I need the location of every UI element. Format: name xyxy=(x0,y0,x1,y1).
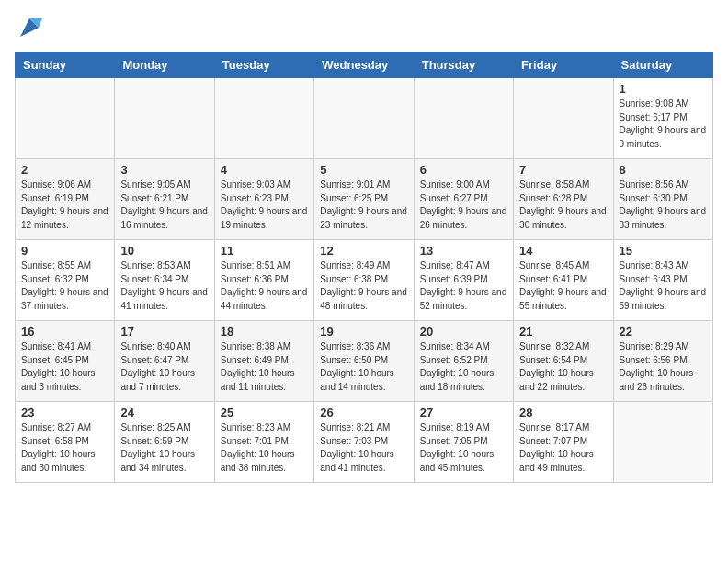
calendar-cell: 23Sunrise: 8:27 AM Sunset: 6:58 PM Dayli… xyxy=(16,402,115,483)
calendar-cell: 21Sunrise: 8:32 AM Sunset: 6:54 PM Dayli… xyxy=(514,321,613,402)
day-number: 3 xyxy=(120,163,208,177)
day-number: 8 xyxy=(620,163,707,177)
day-info: Sunrise: 8:51 AM Sunset: 6:36 PM Dayligh… xyxy=(221,259,308,313)
day-header-tuesday: Tuesday xyxy=(214,52,313,78)
day-info: Sunrise: 8:40 AM Sunset: 6:47 PM Dayligh… xyxy=(120,340,208,394)
day-number: 18 xyxy=(221,325,308,339)
day-number: 25 xyxy=(221,406,308,419)
day-number: 12 xyxy=(320,244,407,258)
calendar-cell: 25Sunrise: 8:23 AM Sunset: 7:01 PM Dayli… xyxy=(214,402,313,483)
calendar-week-5: 23Sunrise: 8:27 AM Sunset: 6:58 PM Dayli… xyxy=(16,402,713,483)
calendar-cell xyxy=(115,78,214,159)
day-number: 4 xyxy=(221,163,308,177)
day-info: Sunrise: 8:17 AM Sunset: 7:07 PM Dayligh… xyxy=(519,421,607,475)
day-header-monday: Monday xyxy=(115,52,214,78)
day-header-saturday: Saturday xyxy=(613,52,712,78)
day-info: Sunrise: 8:55 AM Sunset: 6:32 PM Dayligh… xyxy=(21,259,108,313)
day-number: 21 xyxy=(519,325,607,339)
calendar-cell: 18Sunrise: 8:38 AM Sunset: 6:49 PM Dayli… xyxy=(214,321,313,402)
day-info: Sunrise: 9:05 AM Sunset: 6:21 PM Dayligh… xyxy=(120,178,208,232)
day-number: 5 xyxy=(320,163,407,177)
day-info: Sunrise: 8:47 AM Sunset: 6:39 PM Dayligh… xyxy=(420,259,507,313)
day-number: 22 xyxy=(620,325,707,339)
calendar-cell: 26Sunrise: 8:21 AM Sunset: 7:03 PM Dayli… xyxy=(314,402,414,483)
page-header xyxy=(15,15,713,40)
day-info: Sunrise: 9:06 AM Sunset: 6:19 PM Dayligh… xyxy=(21,178,108,232)
calendar-cell xyxy=(214,78,313,159)
day-number: 14 xyxy=(519,244,607,258)
day-number: 2 xyxy=(21,163,108,177)
calendar-cell: 28Sunrise: 8:17 AM Sunset: 7:07 PM Dayli… xyxy=(514,402,613,483)
day-info: Sunrise: 8:25 AM Sunset: 6:59 PM Dayligh… xyxy=(120,421,208,475)
day-number: 26 xyxy=(320,406,407,419)
day-number: 13 xyxy=(420,244,507,258)
calendar-cell: 6Sunrise: 9:00 AM Sunset: 6:27 PM Daylig… xyxy=(414,159,513,240)
calendar-cell: 3Sunrise: 9:05 AM Sunset: 6:21 PM Daylig… xyxy=(115,159,214,240)
calendar-cell: 20Sunrise: 8:34 AM Sunset: 6:52 PM Dayli… xyxy=(414,321,513,402)
calendar-cell: 22Sunrise: 8:29 AM Sunset: 6:56 PM Dayli… xyxy=(613,321,712,402)
calendar-cell: 2Sunrise: 9:06 AM Sunset: 6:19 PM Daylig… xyxy=(16,159,115,240)
day-info: Sunrise: 8:38 AM Sunset: 6:49 PM Dayligh… xyxy=(221,340,308,394)
day-header-thursday: Thursday xyxy=(414,52,513,78)
day-info: Sunrise: 8:34 AM Sunset: 6:52 PM Dayligh… xyxy=(420,340,507,394)
calendar-header-row: SundayMondayTuesdayWednesdayThursdayFrid… xyxy=(16,52,713,78)
day-number: 15 xyxy=(620,244,707,258)
day-info: Sunrise: 8:21 AM Sunset: 7:03 PM Dayligh… xyxy=(320,421,407,475)
day-number: 11 xyxy=(221,244,308,258)
calendar-cell: 15Sunrise: 8:43 AM Sunset: 6:43 PM Dayli… xyxy=(613,240,712,321)
calendar-cell: 24Sunrise: 8:25 AM Sunset: 6:59 PM Dayli… xyxy=(115,402,214,483)
day-info: Sunrise: 8:43 AM Sunset: 6:43 PM Dayligh… xyxy=(620,259,707,313)
calendar-cell xyxy=(514,78,613,159)
day-number: 24 xyxy=(120,406,208,419)
calendar-cell xyxy=(314,78,414,159)
calendar-cell xyxy=(414,78,513,159)
calendar-cell xyxy=(613,402,712,483)
calendar-cell: 5Sunrise: 9:01 AM Sunset: 6:25 PM Daylig… xyxy=(314,159,414,240)
day-header-wednesday: Wednesday xyxy=(314,52,414,78)
calendar-cell: 13Sunrise: 8:47 AM Sunset: 6:39 PM Dayli… xyxy=(414,240,513,321)
day-info: Sunrise: 9:03 AM Sunset: 6:23 PM Dayligh… xyxy=(221,178,308,232)
calendar-cell: 11Sunrise: 8:51 AM Sunset: 6:36 PM Dayli… xyxy=(214,240,313,321)
day-number: 23 xyxy=(21,406,108,419)
calendar-week-3: 9Sunrise: 8:55 AM Sunset: 6:32 PM Daylig… xyxy=(16,240,713,321)
day-info: Sunrise: 9:00 AM Sunset: 6:27 PM Dayligh… xyxy=(420,178,507,232)
day-info: Sunrise: 9:08 AM Sunset: 6:17 PM Dayligh… xyxy=(620,98,707,151)
day-number: 10 xyxy=(120,244,208,258)
day-info: Sunrise: 8:27 AM Sunset: 6:58 PM Dayligh… xyxy=(21,421,108,475)
day-header-sunday: Sunday xyxy=(16,52,115,78)
calendar-cell: 14Sunrise: 8:45 AM Sunset: 6:41 PM Dayli… xyxy=(514,240,613,321)
day-number: 19 xyxy=(320,325,407,339)
calendar-cell: 7Sunrise: 8:58 AM Sunset: 6:28 PM Daylig… xyxy=(514,159,613,240)
calendar-cell: 8Sunrise: 8:56 AM Sunset: 6:30 PM Daylig… xyxy=(613,159,712,240)
calendar-cell: 1Sunrise: 9:08 AM Sunset: 6:17 PM Daylig… xyxy=(613,78,712,159)
calendar-cell: 27Sunrise: 8:19 AM Sunset: 7:05 PM Dayli… xyxy=(414,402,513,483)
calendar-week-4: 16Sunrise: 8:41 AM Sunset: 6:45 PM Dayli… xyxy=(16,321,713,402)
day-info: Sunrise: 8:49 AM Sunset: 6:38 PM Dayligh… xyxy=(320,259,407,313)
day-info: Sunrise: 8:56 AM Sunset: 6:30 PM Dayligh… xyxy=(620,178,707,232)
day-number: 20 xyxy=(420,325,507,339)
day-info: Sunrise: 8:23 AM Sunset: 7:01 PM Dayligh… xyxy=(221,421,308,475)
day-number: 9 xyxy=(21,244,108,258)
calendar-cell: 19Sunrise: 8:36 AM Sunset: 6:50 PM Dayli… xyxy=(314,321,414,402)
day-number: 27 xyxy=(420,406,507,419)
day-info: Sunrise: 8:53 AM Sunset: 6:34 PM Dayligh… xyxy=(120,259,208,313)
calendar-cell: 9Sunrise: 8:55 AM Sunset: 6:32 PM Daylig… xyxy=(16,240,115,321)
calendar-cell: 16Sunrise: 8:41 AM Sunset: 6:45 PM Dayli… xyxy=(16,321,115,402)
day-info: Sunrise: 8:19 AM Sunset: 7:05 PM Dayligh… xyxy=(420,421,507,475)
day-number: 7 xyxy=(519,163,607,177)
calendar-cell: 12Sunrise: 8:49 AM Sunset: 6:38 PM Dayli… xyxy=(314,240,414,321)
day-number: 28 xyxy=(519,406,607,419)
calendar-cell: 17Sunrise: 8:40 AM Sunset: 6:47 PM Dayli… xyxy=(115,321,214,402)
calendar-week-1: 1Sunrise: 9:08 AM Sunset: 6:17 PM Daylig… xyxy=(16,78,713,159)
day-number: 1 xyxy=(620,82,707,96)
calendar-cell: 4Sunrise: 9:03 AM Sunset: 6:23 PM Daylig… xyxy=(214,159,313,240)
logo-icon xyxy=(17,15,42,40)
logo xyxy=(15,15,42,40)
day-info: Sunrise: 8:58 AM Sunset: 6:28 PM Dayligh… xyxy=(519,178,607,232)
day-number: 16 xyxy=(21,325,108,339)
day-info: Sunrise: 8:45 AM Sunset: 6:41 PM Dayligh… xyxy=(519,259,607,313)
day-header-friday: Friday xyxy=(514,52,613,78)
calendar-cell: 10Sunrise: 8:53 AM Sunset: 6:34 PM Dayli… xyxy=(115,240,214,321)
day-info: Sunrise: 8:29 AM Sunset: 6:56 PM Dayligh… xyxy=(620,340,707,394)
day-number: 6 xyxy=(420,163,507,177)
